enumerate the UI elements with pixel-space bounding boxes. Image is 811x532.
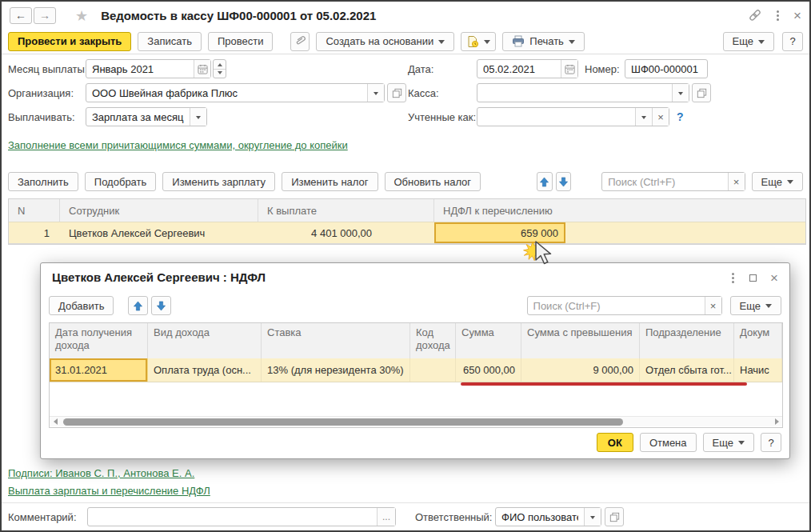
cash-desk-field[interactable] [477,83,689,102]
amount-cell[interactable]: 650 000,00 [456,358,521,382]
dialog-search-field[interactable]: × [527,296,722,315]
dialog-close-icon[interactable]: × [770,271,778,285]
fill-all-amounts-link[interactable]: Заполнение всеми причитающимися суммами,… [8,138,398,152]
dialog-more-button[interactable]: Еще [703,433,754,452]
column-header-excess-amount[interactable]: Сумма с превышения [521,323,640,358]
salary-payment-link[interactable]: Выплата зарплаты и перечисление НДФЛ [8,485,210,497]
dialog-search-input[interactable] [528,297,705,314]
chevron-down-icon[interactable] [190,108,206,126]
column-header-department[interactable]: Подразделение [640,323,734,358]
save-button[interactable]: Записать [138,32,202,51]
column-header-income-date[interactable]: Дата получения дохода [50,323,148,358]
pay-type-input[interactable] [86,108,190,126]
row-number-cell[interactable]: 1 [9,222,60,243]
table-search-input[interactable] [602,173,727,190]
chevron-down-icon[interactable] [672,84,689,102]
department-cell[interactable]: Отдел сбыта гот... [640,358,734,382]
table-search-field[interactable]: × [601,172,745,191]
dialog-more-menu-icon[interactable] [730,271,736,285]
to-pay-cell[interactable]: 4 401 000,00 [258,222,434,243]
table-row[interactable]: 1 Цветков Алексей Сергеевич 4 401 000,00… [9,222,805,244]
accounted-as-input[interactable] [477,108,635,126]
organization-input[interactable] [86,84,367,102]
toolbar-more-button[interactable]: Еще [723,32,774,51]
excess-amount-cell[interactable]: 9 000,00 [521,358,640,382]
accounted-as-help-link[interactable]: ? [677,110,684,123]
stepper-down-icon[interactable] [214,69,226,78]
responsible-open-button[interactable] [605,507,624,526]
organization-field[interactable] [86,83,385,102]
income-code-cell[interactable] [410,358,456,382]
attachments-button[interactable] [290,32,310,51]
print-button[interactable]: Печать [502,32,585,51]
document-journal-button[interactable] [461,32,496,51]
calendar-icon[interactable] [561,60,577,78]
change-salary-button[interactable]: Изменить зарплату [162,172,275,191]
maximize-icon[interactable] [749,274,757,282]
dialog-move-down-button[interactable] [151,296,171,315]
fill-button[interactable]: Заполнить [8,172,78,191]
rate-cell[interactable]: 13% (для нерезидента 30%) [262,358,410,382]
dialog-toolbar-more-button[interactable]: Еще [730,296,781,315]
column-header-to-pay[interactable]: К выплате [258,199,434,222]
change-tax-button[interactable]: Изменить налог [282,172,378,191]
column-header-income-code[interactable]: Код дохода [410,323,456,358]
column-header-n[interactable]: N [9,199,60,222]
date-input[interactable] [477,60,561,78]
pay-type-field[interactable] [86,107,207,126]
comment-field[interactable]: ... [87,507,396,526]
responsible-input[interactable] [496,508,584,526]
horizontal-scrollbar[interactable] [50,416,782,426]
dialog-help-button[interactable]: ? [761,433,781,452]
month-stepper[interactable] [213,59,226,78]
link-icon[interactable] [748,9,762,22]
calendar-icon[interactable] [194,60,210,78]
more-menu-icon[interactable] [775,9,781,22]
clear-icon[interactable]: × [728,173,745,190]
income-type-cell[interactable]: Оплата труда (осн... [148,358,262,382]
column-header-document[interactable]: Докум [734,323,782,358]
number-input[interactable] [625,60,707,78]
employee-cell[interactable]: Цветков Алексей Сергеевич [60,222,258,243]
column-header-income-type[interactable]: Вид дохода [148,323,262,358]
comment-expand-button[interactable]: ... [377,508,395,526]
table-row[interactable]: 31.01.2021 Оплата труда (осн... 13% (для… [50,358,782,382]
move-down-button[interactable] [556,172,572,191]
close-icon[interactable]: × [793,9,801,22]
accounted-as-field[interactable]: × [477,107,669,126]
favorite-star-icon[interactable]: ★ [75,7,88,24]
add-button[interactable]: Добавить [49,296,114,315]
chevron-down-icon[interactable] [635,108,652,126]
post-button[interactable]: Провести [208,32,274,51]
post-and-close-button[interactable]: Провести и закрыть [8,32,131,51]
organization-open-button[interactable] [387,83,406,102]
column-header-amount[interactable]: Сумма [456,323,521,358]
ndfl-cell[interactable]: 659 000 [434,222,805,243]
ndfl-selected-cell[interactable]: 659 000 [434,222,565,243]
dialog-move-up-button[interactable] [128,296,148,315]
column-header-rate[interactable]: Ставка [262,323,410,358]
clear-icon[interactable]: × [652,108,669,126]
cash-desk-open-button[interactable] [692,83,711,102]
comment-input[interactable] [88,508,377,526]
clear-icon[interactable]: × [705,297,721,314]
scrollbar-track[interactable] [60,417,772,426]
chevron-down-icon[interactable] [584,508,601,526]
column-header-ndfl[interactable]: НДФЛ к перечислению [434,199,805,222]
ok-button[interactable]: ОК [597,433,633,452]
scroll-right-icon[interactable] [772,418,782,425]
chevron-down-icon[interactable] [367,84,384,102]
column-header-employee[interactable]: Сотрудник [60,199,258,222]
create-based-on-button[interactable]: Создать на основании [316,32,454,51]
forward-button[interactable]: → [34,7,56,24]
signatures-link[interactable]: Подписи: Иванов С. П., Антонова Е. А. [8,467,194,479]
pick-button[interactable]: Подобрать [85,172,156,191]
cancel-button[interactable]: Отмена [640,433,697,452]
number-field[interactable] [625,59,708,78]
move-up-button[interactable] [537,172,553,191]
income-date-cell[interactable]: 31.01.2021 [50,358,148,382]
payout-month-input[interactable] [86,60,194,78]
responsible-field[interactable] [495,507,601,526]
document-cell[interactable]: Начис [734,358,782,382]
payout-month-field[interactable] [86,59,211,78]
